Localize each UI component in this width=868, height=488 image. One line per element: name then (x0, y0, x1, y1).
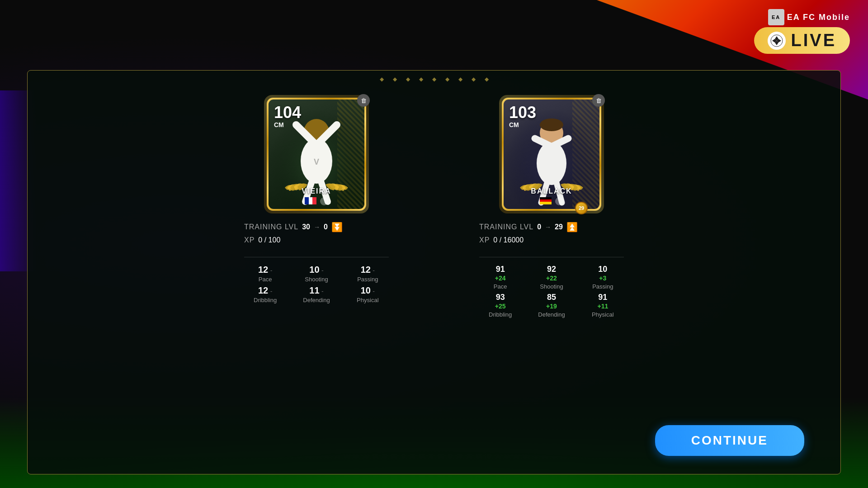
live-badge-container: EA EA FC Mobile LIVE (754, 9, 850, 54)
continue-button[interactable]: CONTINUE (655, 425, 804, 456)
fc-mobile-text: EA FC Mobile (787, 13, 850, 22)
vieira-passing-label: Passing (347, 276, 389, 283)
ballack-xp-row: XP 0 / 16000 (479, 236, 624, 244)
vieira-pace-label: Pace (244, 276, 286, 283)
vieira-xp-value: 0 / 100 (258, 236, 280, 244)
vieira-shooting-value: 10 (309, 265, 319, 275)
ea-logo: EA (768, 9, 784, 25)
ballack-card-section: 103 CM (479, 98, 624, 318)
vieira-stats-grid: 12 - Pace 10 - Shooting 12 - Passing 12 … (244, 265, 389, 303)
ballack-shooting-value: 92 (530, 265, 572, 274)
vieira-stat-pace: 12 - Pace (244, 265, 286, 283)
dot-2: ◆ (393, 76, 397, 82)
vieira-down-arrow-icon: ⏬ (331, 222, 343, 232)
ballack-pace-value: 91 (479, 265, 521, 274)
vieira-card-section: 104 CM (244, 98, 389, 318)
vieira-passing-dash: - (373, 267, 375, 274)
live-pill: LIVE (754, 27, 850, 54)
vieira-card-container: 104 CM (267, 98, 366, 211)
ballack-training-to: 29 (555, 223, 563, 231)
vieira-training-to: 0 (324, 223, 328, 231)
vieira-xp-row: XP 0 / 100 (244, 236, 389, 244)
ballack-stat-pace: 91 +24 Pace (479, 265, 521, 290)
ballack-name: BALLACK (504, 187, 599, 195)
germany-flag-icon (540, 197, 552, 204)
ballack-stat-dribbling: 93 +25 Dribbling (479, 293, 521, 318)
ballack-stats-grid: 91 +24 Pace 92 +22 Shooting 10 +3 (479, 265, 624, 318)
ballack-training-from: 0 (537, 223, 541, 231)
ballack-stat-physical: 91 +11 Physical (582, 293, 624, 318)
live-text: LIVE (791, 31, 836, 50)
vieira-stat-defending: 11 - Defending (295, 285, 337, 303)
top-dots-decoration: ◆ ◆ ◆ ◆ ◆ ◆ ◆ ◆ ◆ (380, 76, 489, 82)
ballack-training-info: TRAINING LVL 0 → 29 ⏫ XP 0 / 16000 (479, 222, 624, 251)
ballack-gold-frame: 103 CM (502, 98, 601, 211)
vieira-shooting-dash: - (321, 267, 324, 274)
svg-rect-32 (540, 202, 552, 204)
vieira-trash-icon[interactable]: 🗑 (357, 94, 370, 107)
vieira-physical-label: Physical (347, 297, 389, 303)
vieira-name: VIEIRA (269, 187, 364, 195)
vieira-card-footer (269, 197, 364, 205)
vieira-position: CM (274, 121, 284, 128)
vieira-divider (244, 257, 389, 257)
vieira-physical-dash: - (373, 288, 375, 295)
ballack-dribbling-label: Dribbling (479, 311, 521, 318)
svg-rect-21 (312, 197, 316, 204)
dot-3: ◆ (406, 76, 410, 82)
dot-4: ◆ (419, 76, 423, 82)
ballack-shooting-bonus: +22 (546, 275, 557, 282)
ballack-training-label: TRAINING LVL (479, 223, 533, 231)
svg-marker-8 (705, 81, 795, 239)
vieira-dribbling-dash: - (270, 288, 273, 295)
dot-6: ◆ (445, 76, 449, 82)
ballack-defending-value: 85 (530, 293, 572, 302)
ballack-training-row: TRAINING LVL 0 → 29 ⏫ (479, 222, 624, 232)
ballack-trash-icon[interactable]: 🗑 (592, 94, 605, 107)
ballack-stat-defending: 85 +19 Defending (530, 293, 572, 318)
vieira-dribbling-value: 12 (258, 285, 268, 295)
vieira-club-badge (320, 197, 328, 205)
ballack-physical-bonus: +11 (597, 303, 608, 310)
left-triangle-decoration (73, 81, 163, 241)
ballack-passing-bonus: +3 (599, 275, 606, 282)
vieira-dribbling-label: Dribbling (244, 297, 286, 303)
dot-9: ◆ (485, 76, 489, 82)
vieira-training-info: TRAINING LVL 30 → 0 ⏬ XP 0 / 100 (244, 222, 389, 251)
ballack-passing-label: Passing (582, 283, 624, 290)
ballack-stat-shooting: 92 +22 Shooting (530, 265, 572, 290)
ballack-arrow-icon: → (545, 223, 551, 231)
ballack-level-badge: 29 (575, 202, 588, 214)
ballack-dribbling-value: 93 (479, 293, 521, 302)
vieira-pace-value: 12 (258, 265, 268, 275)
vieira-defending-label: Defending (295, 297, 337, 303)
ballack-passing-value: 10 (582, 265, 624, 274)
vieira-shooting-label: Shooting (295, 276, 337, 283)
ballack-dribbling-bonus: +25 (495, 303, 506, 310)
vieira-rating: 104 (274, 103, 301, 122)
svg-marker-9 (714, 99, 786, 230)
svg-rect-20 (309, 197, 312, 204)
ballack-defending-bonus: +19 (546, 303, 557, 310)
vieira-passing-value: 12 (361, 265, 371, 275)
ballack-up-arrow-icon: ⏫ (566, 222, 578, 232)
ballack-xp-label: XP (479, 236, 490, 244)
ballack-card-container: 103 CM (502, 98, 601, 211)
vieira-arrow-icon: → (314, 223, 320, 231)
vieira-training-from: 30 (302, 223, 310, 231)
dot-1: ◆ (380, 76, 384, 82)
vieira-defending-value: 11 (309, 285, 319, 295)
svg-rect-19 (305, 197, 309, 204)
vieira-stat-physical: 10 - Physical (347, 285, 389, 303)
ballack-shooting-label: Shooting (530, 283, 572, 290)
vieira-physical-value: 10 (361, 285, 371, 295)
ea-fc-label: EA EA FC Mobile (768, 9, 850, 25)
right-triangle-decoration (705, 81, 795, 241)
ballack-pace-label: Pace (479, 283, 521, 290)
dot-5: ◆ (432, 76, 436, 82)
ballack-stat-passing: 10 +3 Passing (582, 265, 624, 290)
ballack-physical-value: 91 (582, 293, 624, 302)
vieira-stat-dribbling: 12 - Dribbling (244, 285, 286, 303)
svg-text:V: V (314, 157, 319, 166)
dot-7: ◆ (458, 76, 462, 82)
